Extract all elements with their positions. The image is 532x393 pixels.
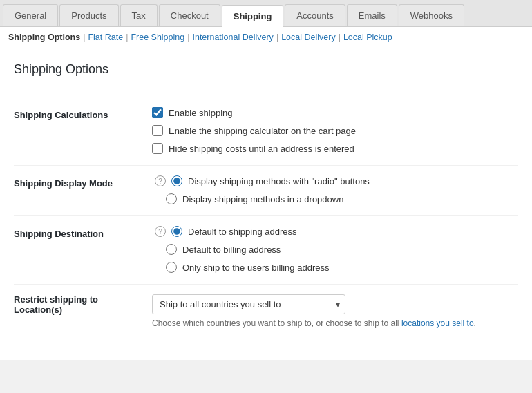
radio-buttons-radio[interactable] xyxy=(171,175,182,186)
billing-address-radio[interactable] xyxy=(166,244,177,255)
settings-form: Shipping Calculations Enable shipping En… xyxy=(14,97,518,339)
dropdown-label: Display shipping methods in a dropdown xyxy=(182,194,343,204)
enable-calculator-item[interactable]: Enable the shipping calculator on the ca… xyxy=(152,125,511,136)
shipping-destination-row: Shipping Destination ? Default to shippi… xyxy=(14,216,518,285)
billing-address-label: Default to billing address xyxy=(182,245,281,255)
tab-tax[interactable]: Tax xyxy=(120,4,158,26)
shipping-calculations-row: Shipping Calculations Enable shipping En… xyxy=(14,97,518,166)
shipping-destination-label: Shipping Destination xyxy=(14,216,152,285)
sub-nav-label: Shipping Options xyxy=(8,32,80,42)
shipping-address-radio[interactable] xyxy=(171,226,182,237)
sub-nav: Shipping Options | Flat Rate | Free Ship… xyxy=(0,27,532,48)
radio-buttons-label: Display shipping methods with "radio" bu… xyxy=(188,176,370,186)
restrict-shipping-field: Ship to all countries you sell to Ship t… xyxy=(152,285,518,340)
subnav-local-pickup[interactable]: Local Pickup xyxy=(343,32,392,42)
enable-shipping-item[interactable]: Enable shipping xyxy=(152,107,511,118)
shipping-address-item[interactable]: ? Default to shipping address xyxy=(152,226,511,237)
dropdown-radio[interactable] xyxy=(166,193,177,204)
shipping-calculations-label: Shipping Calculations xyxy=(14,97,152,166)
subnav-flat-rate[interactable]: Flat Rate xyxy=(88,32,123,42)
help-text-after: . xyxy=(474,318,476,328)
shipping-display-mode-text: Shipping Display Mode xyxy=(14,178,113,189)
main-content: Shipping Options Shipping Calculations E… xyxy=(0,48,532,360)
hide-costs-label: Hide shipping costs until an address is … xyxy=(169,144,354,154)
page-title: Shipping Options xyxy=(14,62,518,84)
restrict-shipping-select[interactable]: Ship to all countries you sell to Ship t… xyxy=(152,294,345,314)
tab-products[interactable]: Products xyxy=(59,4,118,26)
tab-webhooks[interactable]: Webhooks xyxy=(399,4,464,26)
help-icon-destination[interactable]: ? xyxy=(155,226,166,237)
hide-costs-checkbox[interactable] xyxy=(152,143,163,154)
shipping-destination-text: Shipping Destination xyxy=(14,229,104,239)
help-icon-display-mode[interactable]: ? xyxy=(155,175,166,186)
shipping-display-mode-group: ? Display shipping methods with "radio" … xyxy=(152,175,511,204)
subnav-free-shipping[interactable]: Free Shipping xyxy=(131,32,184,42)
shipping-destination-field: ? Default to shipping address Default to… xyxy=(152,216,518,285)
billing-only-radio[interactable] xyxy=(166,262,177,273)
shipping-display-mode-row: Shipping Display Mode ? Display shipping… xyxy=(14,166,518,216)
tab-bar: General Products Tax Checkout Shipping A… xyxy=(0,0,532,27)
shipping-destination-group: ? Default to shipping address Default to… xyxy=(152,226,511,273)
subnav-local-delivery[interactable]: Local Delivery xyxy=(281,32,336,42)
enable-shipping-label: Enable shipping xyxy=(169,108,233,118)
shipping-display-mode-field: ? Display shipping methods with "radio" … xyxy=(152,166,518,216)
locations-link[interactable]: locations you sell to xyxy=(401,318,474,328)
tab-accounts[interactable]: Accounts xyxy=(285,4,345,26)
hide-costs-item[interactable]: Hide shipping costs until an address is … xyxy=(152,143,511,154)
shipping-address-label: Default to shipping address xyxy=(188,227,297,237)
enable-calculator-label: Enable the shipping calculator on the ca… xyxy=(169,126,356,136)
restrict-shipping-help: Choose which countries you want to ship … xyxy=(152,318,511,328)
tab-checkout[interactable]: Checkout xyxy=(159,4,220,26)
enable-calculator-checkbox[interactable] xyxy=(152,125,163,136)
tab-shipping[interactable]: Shipping xyxy=(222,5,284,27)
shipping-display-mode-label: Shipping Display Mode xyxy=(14,166,152,216)
billing-only-label: Only ship to the users billing address xyxy=(182,262,329,273)
billing-address-item[interactable]: Default to billing address xyxy=(152,244,511,255)
restrict-shipping-row: Restrict shipping to Location(s) Ship to… xyxy=(14,285,518,340)
dropdown-item[interactable]: Display shipping methods in a dropdown xyxy=(152,193,511,204)
restrict-shipping-label: Restrict shipping to Location(s) xyxy=(14,285,152,340)
tab-emails[interactable]: Emails xyxy=(347,4,397,26)
enable-shipping-checkbox[interactable] xyxy=(152,107,163,118)
billing-only-item[interactable]: Only ship to the users billing address xyxy=(152,262,511,273)
restrict-shipping-select-wrapper: Ship to all countries you sell to Ship t… xyxy=(152,294,345,314)
tab-general[interactable]: General xyxy=(3,4,58,26)
shipping-calculations-group: Enable shipping Enable the shipping calc… xyxy=(152,107,511,154)
shipping-calculations-field: Enable shipping Enable the shipping calc… xyxy=(152,97,518,166)
subnav-international-delivery[interactable]: International Delivery xyxy=(192,32,273,42)
help-text-before: Choose which countries you want to ship … xyxy=(152,318,401,328)
radio-buttons-item[interactable]: ? Display shipping methods with "radio" … xyxy=(152,175,511,186)
